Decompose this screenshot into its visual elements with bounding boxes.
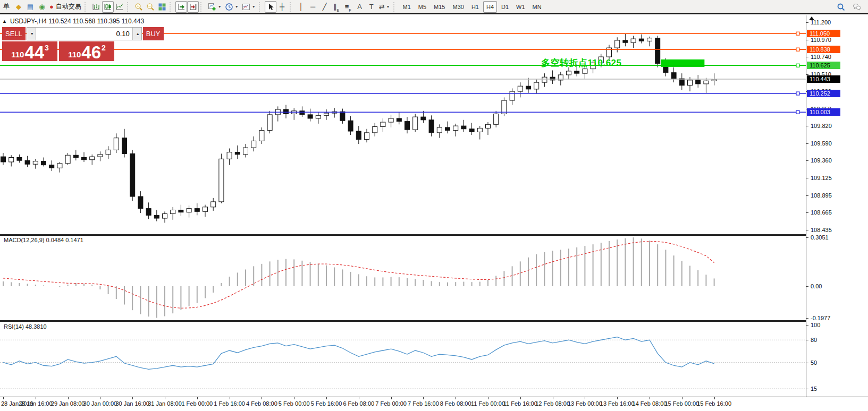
volume-decrease-button[interactable]: ▼ [27,28,36,40]
timeframe-button-h1[interactable]: H1 [468,1,482,13]
price-level-badge: 111.050 [807,30,840,37]
auto-scroll-icon[interactable] [175,1,187,13]
cursor-icon[interactable] [265,1,276,13]
time-tick-label: 6 Feb 08:00 [343,400,374,407]
auto-trading-button[interactable]: ●自动交易 [48,1,83,13]
sell-price-prefix: 110 [11,50,24,59]
line-handle[interactable] [796,110,799,114]
buy-button[interactable]: BUY [143,27,164,40]
vertical-line-icon[interactable]: │ [296,1,307,13]
price-tick-label: 80 [811,337,817,344]
line-handle[interactable] [796,32,799,35]
price-tick-label: 108.435 [811,227,832,234]
time-tick [359,397,359,399]
chart-shift-icon[interactable] [187,1,199,13]
time-tick [553,397,553,399]
chevron-down-icon[interactable]: ▼ [386,5,390,8]
price-level-badge: 110.003 [807,108,840,116]
line-handle[interactable] [796,64,799,67]
zoom-in-icon[interactable] [133,1,145,13]
time-tick-label: 14 Feb 08:00 [633,400,667,407]
panel-separator[interactable] [0,234,868,236]
line-chart-icon[interactable] [114,1,125,13]
axis-tick [806,237,808,238]
chevron-down-icon[interactable]: ▼ [218,5,222,8]
timeframe-button-m15[interactable]: M15 [431,1,448,13]
price-tick-label: 50 [811,359,817,366]
fibonacci-icon[interactable]: ≡F [342,1,354,13]
toolbar-grip [393,2,397,12]
price-tick-label: -0.1977 [811,315,830,322]
macd-panel[interactable] [0,236,806,320]
time-tick [165,397,165,399]
chat-icon[interactable] [851,1,863,13]
panel-collapse-toggle[interactable]: ▲ [2,19,7,24]
price-level-badge: 110.443 [807,75,840,83]
rsi-panel[interactable] [0,322,806,397]
timeframe-button-m30[interactable]: M30 [449,1,467,13]
time-tick [617,397,618,399]
time-tick [714,397,715,399]
time-tick [520,397,521,399]
axis-tick [806,389,808,389]
time-tick-label: 12 Feb 08:00 [535,400,570,407]
price-tick-label: 100 [811,322,820,329]
time-tick-label: 28 Jan 16:00 [19,400,53,407]
toolbar-grip [259,2,262,12]
buy-price-button[interactable]: 110462 [59,41,114,61]
chevron-down-icon[interactable]: ▼ [252,5,256,8]
tile-windows-icon[interactable] [156,1,168,13]
axis-tick [806,286,808,287]
indicators-icon[interactable]: ▼ [206,1,223,13]
panel-separator[interactable] [0,320,868,322]
equidistant-channel-icon[interactable]: ∥E [331,1,342,13]
signals-icon[interactable]: ◉ [36,1,48,13]
horizontal-line-icon[interactable]: ─ [307,1,319,13]
sell-button[interactable]: SELL [2,27,26,40]
arrows-icon[interactable]: ⇄▼ [377,1,392,13]
timeframe-button-h4[interactable]: H4 [483,1,497,13]
timeframe-button-mn[interactable]: MN [529,1,545,13]
chevron-down-icon[interactable]: ▼ [235,5,239,8]
price-tick-label: 110.970 [811,37,831,44]
search-icon[interactable] [835,1,847,13]
time-tick-label: 11 Feb 00:00 [471,400,505,407]
text-label-icon: T [369,3,374,10]
axis-tick [806,212,808,213]
timeframe-button-m5[interactable]: M5 [415,1,429,13]
line-handle[interactable] [796,48,799,51]
top-toolbar: 单 ◆▤◉●自动交易▼▼▼┼│─╱∥E≡FAT⇄▼ M1M5M15M30H1H4… [0,0,868,14]
timeframe-button-m1[interactable]: M1 [400,1,414,13]
trendline-icon[interactable]: ╱ [319,1,331,13]
zoom-out-icon[interactable] [145,1,156,13]
timeframe-button-d1[interactable]: D1 [498,1,512,13]
sell-price-button[interactable]: 110443 [2,41,57,61]
menu-label[interactable]: 单 [2,2,13,11]
time-tick-label: 11 Feb 16:00 [503,400,537,407]
timeframe-button-w1[interactable]: W1 [513,1,528,13]
line-handle[interactable] [796,92,799,95]
volume-input[interactable] [36,28,132,40]
new-order-icon[interactable]: ◆ [13,1,24,13]
text-label-icon[interactable]: T [366,1,377,13]
price-tick-label: 0.00 [811,283,822,290]
bar-chart-icon[interactable] [90,1,102,13]
text-icon[interactable]: A [354,1,366,13]
chart-window-icon[interactable]: ▤ [24,1,36,13]
time-tick-label: 4 Feb 08:00 [246,400,277,407]
axis-tick [806,22,808,23]
time-tick-label: 1 Feb 16:00 [214,400,245,407]
time-tick-label: 30 Jan 00:00 [83,400,117,407]
time-tick-label: 1 Feb 00:00 [181,400,213,407]
templates-icon[interactable]: ▼ [240,1,257,13]
rsi-indicator-label: RSI(14) 48.3810 [4,323,47,330]
volume-increase-button[interactable]: ▲ [132,28,141,40]
periods-icon[interactable]: ▼ [223,1,240,13]
volume-stepper: ▼ ▲ [27,27,142,40]
candlestick-chart-icon[interactable] [102,1,114,13]
text-icon: A [357,3,362,10]
price-chart[interactable] [0,15,806,234]
toolbar-grip [85,2,88,12]
crosshair-icon[interactable]: ┼ [276,1,288,13]
time-tick [650,397,650,399]
